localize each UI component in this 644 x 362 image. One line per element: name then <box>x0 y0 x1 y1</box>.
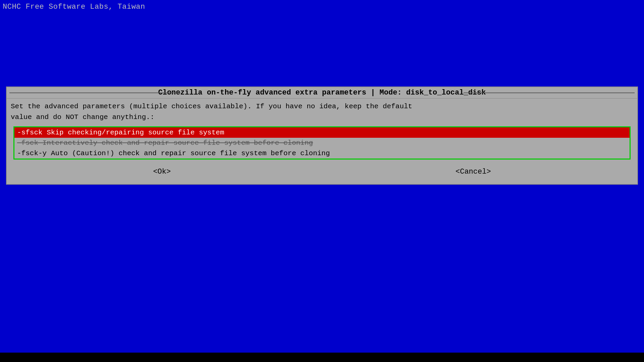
header-title: NCHC Free Software Labs, Taiwan <box>3 3 145 11</box>
description-line2: value and do NOT change anything.: <box>11 113 154 121</box>
dialog-title-bar: Clonezilla on-the-fly advanced extra par… <box>7 87 637 99</box>
list-item[interactable]: -sfsck Skip checking/repairing source fi… <box>14 127 630 138</box>
dialog-title: Clonezilla on-the-fly advanced extra par… <box>155 88 489 97</box>
dialog-body: Set the advanced parameters (multiple ch… <box>7 99 637 184</box>
ok-button[interactable]: <Ok> <box>148 166 176 177</box>
description-line1: Set the advanced parameters (multiple ch… <box>11 103 412 110</box>
cancel-button[interactable]: <Cancel> <box>450 166 496 177</box>
description-text: Set the advanced parameters (multiple ch… <box>11 101 633 122</box>
bottom-bar <box>0 353 644 362</box>
dialog-box: Clonezilla on-the-fly advanced extra par… <box>6 86 638 185</box>
buttons-row: <Ok> <Cancel> <box>11 165 633 180</box>
list-container: -sfsck Skip checking/repairing source fi… <box>13 126 631 160</box>
list-item[interactable]: -fsck-y Auto (Caution!) check and repair… <box>14 148 630 159</box>
list-item[interactable]: -fsck Interactively check and repair sou… <box>14 138 630 148</box>
